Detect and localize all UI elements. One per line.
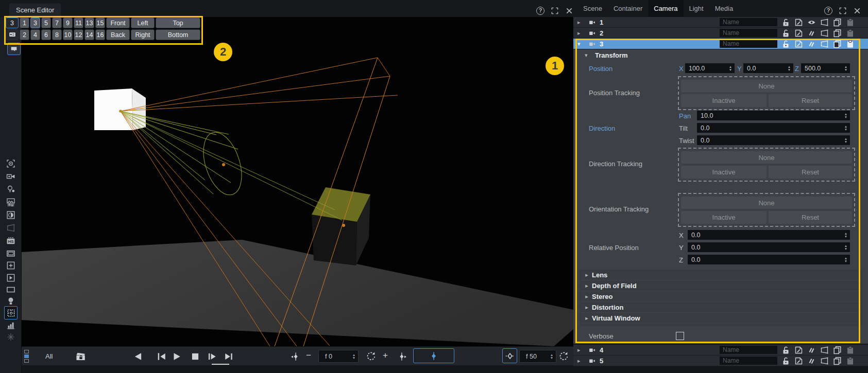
collapse-transform-icon[interactable] <box>585 52 588 59</box>
loop-icon-2[interactable] <box>558 351 569 361</box>
image-adjust-icon[interactable] <box>6 198 15 207</box>
camera-2-button[interactable]: 2 <box>20 29 29 40</box>
section-distortion[interactable]: Distortion <box>580 302 862 313</box>
copy-icon[interactable] <box>833 40 842 48</box>
stepper[interactable] <box>842 244 850 251</box>
right-view-button[interactable]: Right <box>131 29 155 40</box>
stepper[interactable] <box>842 137 850 144</box>
stepper[interactable] <box>842 257 850 263</box>
paste-icon[interactable] <box>846 40 855 48</box>
help-icon[interactable] <box>536 7 544 15</box>
camera-5-button[interactable]: 5 <box>41 17 51 28</box>
3d-viewport[interactable] <box>22 17 573 346</box>
scene-visibility-icon[interactable] <box>6 172 15 181</box>
camera-name-input[interactable] <box>720 40 777 48</box>
light-icon[interactable] <box>6 296 15 306</box>
keyframe-note-icon[interactable] <box>794 346 803 354</box>
close-icon[interactable] <box>853 7 861 15</box>
keyframe-note-icon[interactable] <box>794 40 803 48</box>
current-camera-button[interactable]: 3 <box>6 17 19 28</box>
camera-13-button[interactable]: 13 <box>84 17 94 28</box>
camera-select-icon[interactable] <box>6 159 15 168</box>
frustum-icon[interactable] <box>820 357 829 365</box>
keyframe-note-icon[interactable] <box>794 18 803 27</box>
play-from-start-button[interactable] <box>206 351 218 362</box>
frustum-icon[interactable] <box>820 346 829 354</box>
tracking-none-button[interactable]: None <box>681 151 852 164</box>
next-keyframe-icon[interactable] <box>397 351 407 362</box>
bounding-box-icon[interactable] <box>6 261 15 270</box>
camera-1-button[interactable]: 1 <box>20 17 29 28</box>
maximize-icon[interactable] <box>839 7 847 15</box>
hidden-icon[interactable] <box>807 346 816 354</box>
back-view-button[interactable]: Back <box>106 29 130 40</box>
camera-row-5[interactable]: 5 <box>573 356 868 366</box>
frame-end-stepper[interactable] <box>548 353 556 360</box>
close-icon[interactable] <box>565 7 573 15</box>
tab-light[interactable]: Light <box>684 0 709 17</box>
eye-icon[interactable] <box>807 18 816 27</box>
tilt-field[interactable]: 0.0 <box>697 123 850 133</box>
step-back-button[interactable] <box>156 351 167 362</box>
camera-4-button[interactable]: 4 <box>30 29 40 40</box>
loop-icon[interactable] <box>366 351 376 361</box>
prev-keyframe-icon[interactable] <box>290 351 300 362</box>
stepper[interactable] <box>842 65 850 72</box>
render-star-icon[interactable] <box>6 332 15 342</box>
stepper[interactable] <box>726 65 735 72</box>
camera-row-1[interactable]: 1 <box>573 17 868 28</box>
chevron-right-icon[interactable] <box>577 358 586 364</box>
light-visibility-icon[interactable] <box>6 185 15 194</box>
frame-start-field[interactable]: f 0 <box>318 350 359 363</box>
stepper[interactable] <box>842 232 850 238</box>
camera-name-input[interactable] <box>720 29 777 37</box>
position-x-field[interactable]: 100.0 <box>685 63 735 73</box>
play-button[interactable] <box>170 351 183 362</box>
stepper[interactable] <box>842 113 850 119</box>
lock-icon[interactable] <box>781 40 790 48</box>
copy-icon[interactable] <box>833 357 842 365</box>
left-view-button[interactable]: Left <box>131 17 155 28</box>
hidden-icon[interactable] <box>807 357 816 365</box>
camera-9-button[interactable]: 9 <box>63 17 73 28</box>
camera-7-button[interactable]: 7 <box>52 17 62 28</box>
tracking-inactive-button[interactable]: Inactive <box>681 94 767 107</box>
frame-end-field[interactable]: f 50 <box>519 350 556 363</box>
contrast-icon[interactable] <box>6 210 15 220</box>
hidden-icon[interactable] <box>807 40 816 48</box>
stepper[interactable] <box>842 125 850 131</box>
top-view-button[interactable]: Top <box>156 17 200 28</box>
camera-10-button[interactable]: 10 <box>63 29 73 40</box>
tracking-reset-button[interactable]: Reset <box>769 211 852 224</box>
copy-icon[interactable] <box>833 18 842 27</box>
frustum-icon[interactable] <box>820 18 829 27</box>
position-y-field[interactable]: 0.0 <box>743 63 793 73</box>
stop-button[interactable] <box>190 351 201 362</box>
chevron-right-icon[interactable] <box>577 347 586 353</box>
stepper[interactable] <box>785 65 793 72</box>
section-virtual-window[interactable]: Virtual Window <box>580 313 862 324</box>
camera-11-button[interactable]: 11 <box>74 17 83 28</box>
keyframe-note-icon[interactable] <box>794 357 803 365</box>
tab-camera[interactable]: Camera <box>648 0 683 17</box>
scene-editor-tab[interactable]: Scene Editor <box>9 4 61 17</box>
paste-icon[interactable] <box>846 29 855 38</box>
add-keyframe-button[interactable] <box>383 350 388 361</box>
lock-icon[interactable] <box>781 18 790 27</box>
camera-3-button[interactable]: 3 <box>30 17 40 28</box>
tracking-inactive-button[interactable]: Inactive <box>681 211 767 224</box>
relative-x-field[interactable]: 0.0 <box>688 230 850 240</box>
bottom-view-button[interactable]: Bottom <box>156 29 200 40</box>
tab-media[interactable]: Media <box>709 0 739 17</box>
current-keyframe-button[interactable] <box>413 348 454 363</box>
tab-scene[interactable]: Scene <box>577 0 608 17</box>
camera-12-button[interactable]: 12 <box>74 29 83 40</box>
clapperboard-lock-icon[interactable] <box>75 351 87 362</box>
camera-15-button[interactable]: 15 <box>95 17 105 28</box>
frame-start-stepper[interactable] <box>350 353 358 360</box>
copy-icon[interactable] <box>833 346 842 354</box>
keyframe-range-button[interactable] <box>502 348 517 363</box>
camera-name-input[interactable] <box>720 357 777 365</box>
remove-keyframe-button[interactable] <box>306 350 311 361</box>
monitor-icon[interactable] <box>6 249 15 258</box>
